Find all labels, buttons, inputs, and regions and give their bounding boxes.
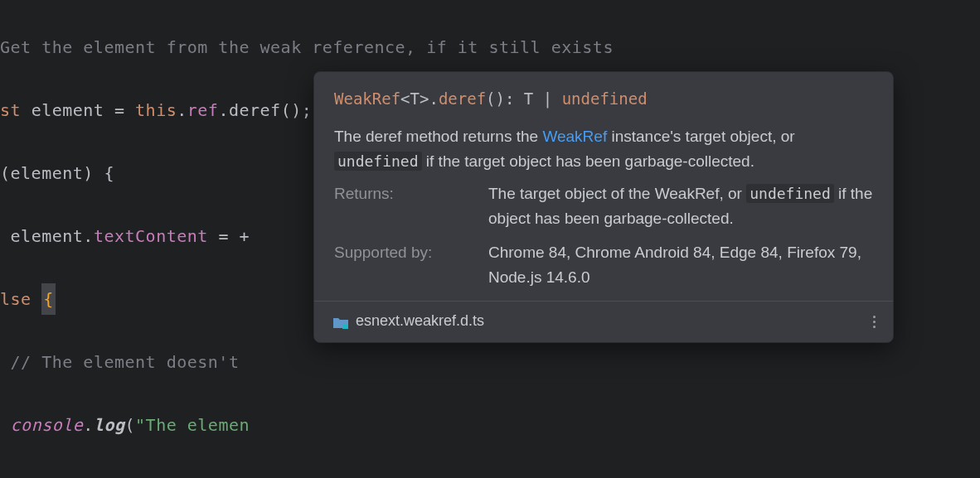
tooltip-signature: WeakRef<T>.deref(): T | undefined: [314, 72, 893, 116]
tooltip-details-table: Returns: The target object of the WeakRe…: [314, 181, 893, 301]
documentation-tooltip: WeakRef<T>.deref(): T | undefined The de…: [313, 71, 894, 343]
keyword-this: this: [135, 100, 177, 120]
method-name: deref: [229, 100, 281, 120]
sig-punct: |: [533, 89, 561, 108]
sig-punct: .: [429, 89, 438, 108]
code-inline: undefined: [746, 184, 834, 203]
code-text: (element) {: [0, 163, 114, 183]
source-file-name[interactable]: esnext.weakref.d.ts: [356, 310, 484, 333]
sig-punct: >: [420, 89, 429, 108]
sig-punct: <: [400, 89, 410, 108]
sig-punct: ():: [486, 89, 524, 108]
tooltip-description: The deref method returns the WeakRef ins…: [314, 116, 893, 181]
weakref-link[interactable]: WeakRef: [542, 128, 607, 145]
code-line[interactable]: // The element doesn't: [0, 346, 980, 378]
desc-text: if the target object has been garbage-co…: [422, 152, 754, 170]
punct: .: [177, 100, 187, 120]
log-method: log: [94, 415, 125, 435]
punct: .: [218, 100, 229, 120]
returns-value: The target object of the WeakRef, or und…: [488, 181, 873, 230]
code-line[interactable]: console.log("The elemen: [0, 409, 980, 441]
desc-text: The deref method returns the: [334, 128, 542, 145]
punct: .: [83, 415, 94, 435]
sig-method: deref: [439, 89, 486, 108]
identifier: element: [32, 100, 104, 120]
console-ref: console: [11, 415, 84, 435]
punct: = +: [208, 226, 250, 246]
supported-by-label: Supported by:: [334, 240, 475, 289]
desc-text: instance's target object, or: [607, 128, 794, 145]
keyword-else: lse: [0, 289, 41, 309]
sig-undefined: undefined: [562, 89, 648, 108]
svg-rect-0: [342, 324, 348, 329]
brace: {: [41, 283, 56, 315]
sig-generic-t: T: [410, 89, 420, 108]
sig-return-t: T: [524, 89, 533, 108]
punct: ();: [281, 100, 313, 120]
sig-type: WeakRef: [334, 89, 400, 108]
punct: .: [83, 226, 94, 246]
punct: =: [104, 100, 135, 120]
returns-text: The target object of the WeakRef, or: [488, 185, 746, 202]
code-inline: undefined: [334, 152, 422, 171]
property: textContent: [94, 226, 208, 246]
supported-by-value: Chrome 84, Chrome Android 84, Edge 84, F…: [488, 240, 873, 289]
code-line[interactable]: Get the element from the weak reference,…: [0, 31, 980, 63]
comment-text: // The element doesn't: [11, 352, 250, 372]
identifier: element: [11, 226, 84, 246]
keyword: st: [0, 100, 32, 120]
string-literal: "The elemen: [135, 415, 250, 435]
tooltip-footer: esnext.weakref.d.ts: [314, 301, 893, 342]
more-options-button[interactable]: [866, 311, 881, 331]
code-line[interactable]: this.stop();: [0, 472, 980, 478]
returns-label: Returns:: [334, 181, 475, 230]
property: ref: [187, 100, 219, 120]
punct: (: [125, 415, 136, 435]
comment-text: Get the element from the weak reference,…: [0, 37, 614, 57]
file-icon: [332, 316, 347, 328]
